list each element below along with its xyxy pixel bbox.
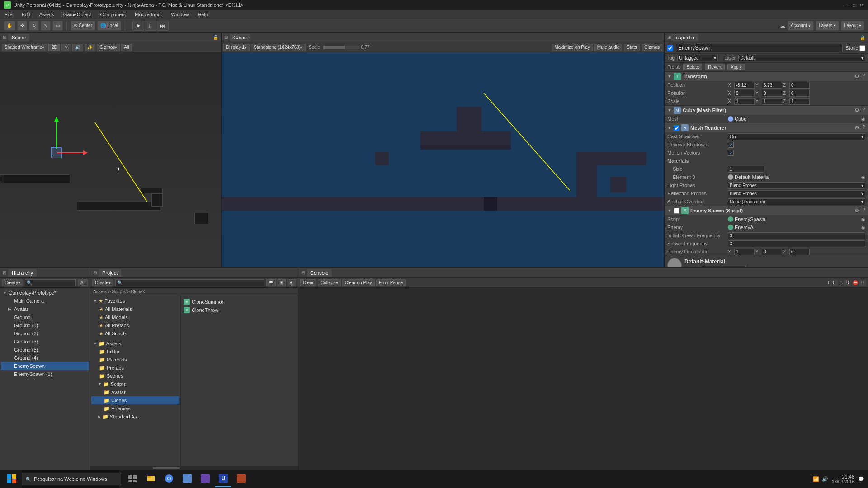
cast-shadows-dropdown[interactable]: On ▾ (728, 133, 865, 140)
hierarchy-item-ground1[interactable]: Ground (1) (1, 321, 89, 329)
mesh-obj-ref[interactable]: Cube (728, 116, 860, 122)
cloud-icon[interactable]: ☁ (779, 22, 786, 29)
enemy-orientation-z[interactable]: 0 (789, 249, 810, 255)
mesh-renderer-help-icon[interactable]: ? (863, 124, 865, 131)
enemy-spawn-help-icon[interactable]: ? (863, 207, 865, 214)
game-view[interactable] (222, 52, 664, 267)
all-prefabs-item[interactable]: ★ All Prefabs (91, 321, 179, 329)
account-btn[interactable]: Account ▾ (788, 21, 814, 31)
receive-shadows-checkbox[interactable]: ✓ (728, 142, 734, 148)
tool-hand[interactable]: ✋ (4, 21, 15, 31)
element0-select-icon[interactable]: ◉ (861, 175, 865, 180)
display-btn[interactable]: Display 1 ▾ (223, 44, 250, 51)
file-clonethrow[interactable]: # CloneThrow (183, 306, 296, 314)
element0-ref[interactable]: Default-Material (728, 174, 860, 180)
enemy-spawn-settings-icon[interactable]: ⚙ (854, 207, 861, 214)
go-name-input[interactable] (676, 44, 843, 52)
reflection-probes-dropdown[interactable]: Blend Probes ▾ (728, 190, 865, 197)
scale-y[interactable]: 1 (762, 98, 782, 105)
scripts-item[interactable]: ▼ 📁 Scripts (91, 380, 179, 388)
light-probes-dropdown[interactable]: Blend Probes ▾ (728, 182, 865, 189)
enemy-select-icon[interactable]: ◉ (861, 225, 865, 230)
scene-gizmos-btn[interactable]: Gizmos ▾ (97, 44, 120, 51)
taskbar-app-app1[interactable] (179, 471, 195, 487)
size-field[interactable]: 1 (728, 166, 764, 173)
start-button[interactable] (4, 471, 20, 487)
taskbar-app-chrome[interactable] (161, 471, 177, 487)
menu-help[interactable]: Help (193, 10, 212, 19)
collapse-button[interactable]: Collapse (318, 279, 341, 286)
enemy-spawn-enable-check[interactable] (674, 208, 679, 214)
menu-file[interactable]: File (0, 10, 17, 19)
inspector-lock-icon[interactable]: 🔒 (860, 35, 865, 40)
mesh-renderer-settings-icon[interactable]: ⚙ (854, 124, 861, 131)
motion-vectors-checkbox[interactable]: ✓ (728, 150, 734, 156)
space-local-btn[interactable]: 🌐 Local (97, 21, 121, 31)
scale-z[interactable]: 1 (789, 98, 810, 105)
stats-btn[interactable]: Stats (624, 44, 640, 51)
tool-rotate[interactable]: ↻ (29, 21, 39, 31)
layers-btn[interactable]: Layers ▾ (816, 21, 839, 31)
gizmos-game-btn[interactable]: Gizmos (642, 44, 662, 51)
scene-audio-btn[interactable]: 🔊 (72, 44, 83, 51)
minimize-button[interactable]: ─ (844, 2, 850, 8)
scale-slider[interactable] (323, 46, 359, 49)
assets-root-item[interactable]: ▼ 📁 Assets (91, 339, 179, 347)
scenes-item[interactable]: 📁 Scenes (91, 372, 179, 380)
hierarchy-item-enemyspawn[interactable]: EnemySpawn (1, 362, 89, 370)
select-btn[interactable]: Select (683, 64, 702, 70)
taskbar-app-taskview[interactable] (125, 471, 141, 487)
hierarchy-item-avatar[interactable]: ▶ Avatar (1, 305, 89, 313)
taskbar-app-app2[interactable] (233, 471, 250, 487)
layer-dropdown[interactable]: Default ▾ (738, 55, 865, 61)
hierarchy-item-ground3[interactable]: Ground (3) (1, 338, 89, 346)
tool-rect[interactable]: ▭ (52, 21, 63, 31)
menu-component[interactable]: Component (95, 10, 130, 19)
volume-sys-icon[interactable]: 🔊 (822, 476, 828, 482)
anchor-override-dropdown[interactable]: None (Transform) ▾ (728, 198, 865, 205)
rotation-x[interactable]: 0 (734, 90, 755, 97)
pause-button[interactable]: ⏸ (145, 21, 156, 31)
rotation-y[interactable]: 0 (762, 90, 782, 97)
project-star-btn[interactable]: ★ (287, 279, 296, 286)
scene-tab[interactable]: Scene (8, 34, 29, 41)
all-materials-item[interactable]: ★ All Materials (91, 305, 179, 313)
enemy-orientation-x[interactable]: 1 (734, 249, 755, 255)
project-search-box[interactable]: 🔍 (115, 279, 264, 286)
resolution-btn[interactable]: Standalone (1024x768) ▾ (251, 44, 306, 51)
initial-spawn-freq-field[interactable]: 3 (728, 232, 865, 239)
hierarchy-search-box[interactable]: 🔍 (25, 279, 76, 286)
pivot-center-btn[interactable]: ⊙ Center (71, 21, 95, 31)
mute-audio-btn[interactable]: Mute audio (594, 44, 622, 51)
clock[interactable]: 21:48 18/09/2016 (832, 474, 854, 484)
editor-item[interactable]: 📁 Editor (91, 347, 179, 356)
project-view-btn2[interactable]: ⊞ (277, 279, 286, 286)
project-create-btn[interactable]: Create ▾ (92, 279, 113, 286)
file-clonesummon[interactable]: # CloneSummon (183, 298, 296, 306)
project-view-btn1[interactable]: ☰ (266, 279, 276, 286)
close-button[interactable]: ✕ (858, 2, 864, 8)
hierarchy-tab[interactable]: Hierarchy (8, 269, 37, 277)
go-active-checkbox[interactable] (667, 45, 673, 51)
transform-settings-icon[interactable]: ⚙ (854, 73, 861, 80)
scene-view-mode-btn[interactable]: Shaded Wireframe ▾ (2, 44, 47, 51)
menu-edit[interactable]: Edit (17, 10, 35, 19)
taskbar-app-unity[interactable]: U (215, 471, 231, 487)
mesh-renderer-enable-check[interactable] (674, 125, 679, 131)
hierarchy-all-btn[interactable]: All (78, 279, 88, 286)
avatar-scripts-item[interactable]: 📁 Avatar (91, 388, 179, 396)
scene-fx-btn[interactable]: ✨ (85, 44, 95, 51)
tool-scale[interactable]: ⤡ (41, 21, 51, 31)
hierarchy-item-ground5[interactable]: Ground (5) (1, 346, 89, 354)
menu-mobileinput[interactable]: Mobile Input (130, 10, 166, 19)
script-select-icon[interactable]: ◉ (861, 217, 865, 222)
transform-fold-icon[interactable]: ▼ (667, 74, 672, 79)
hierarchy-item-ground4[interactable]: Ground (4) (1, 354, 89, 362)
hierarchy-item-ground2[interactable]: Ground (2) (1, 329, 89, 338)
mesh-select-icon[interactable]: ◉ (861, 117, 865, 122)
revert-btn[interactable]: Revert (705, 64, 724, 70)
network-icon[interactable]: 📶 (813, 476, 819, 482)
materials-item[interactable]: 📁 Materials (91, 356, 179, 364)
hierarchy-item-maincamera[interactable]: Main Camera (1, 297, 89, 305)
clear-on-play-button[interactable]: Clear on Play (342, 279, 375, 286)
